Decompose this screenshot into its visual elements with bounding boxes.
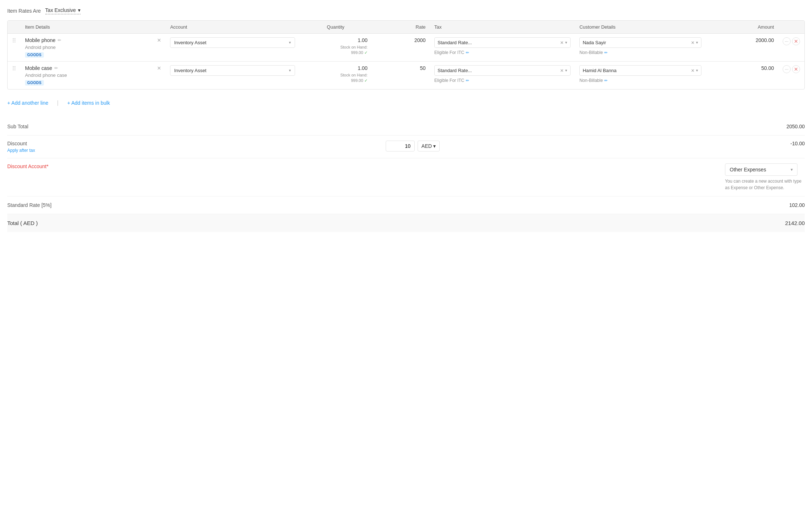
stock-info-2: Stock on Hand:999.00 ✓ [304, 72, 368, 84]
row-actions-2: ··· ✕ [778, 62, 804, 77]
qty-value-2[interactable]: 1.00 [304, 65, 368, 71]
account-select-text-2: Inventory Asset [174, 68, 206, 73]
tax-select-1[interactable]: Standard Rate... ✕ ▾ [434, 37, 571, 48]
tax-cell-1: Standard Rate... ✕ ▾ Eligible For ITC ✏ [430, 34, 575, 62]
total-row: Total ( AED ) 2142.00 [7, 214, 805, 232]
quantity-header: Quantity [299, 21, 372, 34]
edit-item-icon-1[interactable]: ✏ [58, 38, 61, 43]
amount-value-1: 2000.00 [755, 37, 774, 43]
more-btn-2[interactable]: ··· [783, 65, 791, 73]
customer-name-1: Nada Sayir [583, 40, 689, 45]
more-btn-1[interactable]: ··· [783, 37, 791, 45]
subtotal-label: Sub Total [7, 124, 28, 129]
subtotal-row: Sub Total 2050.00 [7, 118, 805, 136]
edit-itc-icon-2[interactable]: ✏ [466, 78, 469, 83]
edit-item-icon-2[interactable]: ✏ [54, 66, 58, 71]
amount-header: Amount [706, 21, 778, 34]
add-items-in-bulk-button[interactable]: + Add items in bulk [67, 100, 110, 106]
quantity-cell-2: 1.00 Stock on Hand:999.00 ✓ [299, 62, 372, 90]
item-details-cell-2: Mobile case ✏ ✕ Android phone case GOODS [21, 62, 166, 90]
amount-cell-2: 50.00 [706, 62, 778, 90]
standard-rate-row: Standard Rate [5%] 102.00 [7, 196, 805, 214]
edit-billable-icon-1[interactable]: ✏ [604, 50, 608, 55]
standard-rate-label: Standard Rate [5%] [7, 202, 51, 208]
actions-divider: | [57, 100, 58, 106]
actions-col-header [778, 21, 804, 34]
discount-middle: AED ▾ [386, 141, 440, 151]
discount-account-help: You can create a new account with type a… [725, 178, 805, 191]
discount-left: Discount Apply after tax [7, 141, 35, 153]
customer-name-2: Hamid Al Banna [583, 68, 689, 73]
edit-itc-icon-1[interactable]: ✏ [466, 50, 469, 55]
discount-amount: -10.00 [790, 141, 805, 146]
account-chevron-2: ▾ [289, 68, 291, 73]
delete-btn-1[interactable]: ✕ [792, 37, 800, 45]
stock-info-1: Stock on Hand:999.00 ✓ [304, 45, 368, 56]
item-details-cell-1: Mobile phone ✏ ✕ Android phone GOODS [21, 34, 166, 62]
rate-header: Rate [372, 21, 430, 34]
tax-clear-icon-1[interactable]: ✕ [560, 40, 564, 45]
customer-select-1[interactable]: Nada Sayir ✕ ▾ [579, 37, 701, 48]
account-header: Account [166, 21, 299, 34]
account-cell-1: Inventory Asset ▾ [166, 34, 299, 62]
table-header-row: Item Details Account Quantity Rate Tax C… [8, 21, 804, 34]
tax-select-2[interactable]: Standard Rate... ✕ ▾ [434, 65, 571, 76]
stock-check-icon-2: ✓ [364, 78, 368, 83]
delete-btn-2[interactable]: ✕ [792, 65, 800, 73]
discount-account-label: Discount Account* [7, 163, 49, 169]
table-row: ⠿ Mobile case ✏ ✕ Android phone case GOO… [8, 62, 804, 90]
item-name-2[interactable]: Mobile case [25, 65, 52, 71]
account-select-2[interactable]: Inventory Asset ▾ [170, 65, 295, 76]
remove-item-icon-1[interactable]: ✕ [157, 37, 161, 43]
tax-exclusive-dropdown[interactable]: Tax Exclusive ▾ [45, 7, 81, 14]
edit-billable-icon-2[interactable]: ✏ [604, 78, 608, 83]
eligible-itc-1: Eligible For ITC ✏ [434, 50, 571, 55]
add-another-line-button[interactable]: + Add another line [7, 100, 48, 106]
customer-chevron-2: ▾ [696, 68, 698, 73]
account-select-text-1: Inventory Asset [174, 40, 206, 45]
tax-cell-2: Standard Rate... ✕ ▾ Eligible For ITC ✏ [430, 62, 575, 90]
item-description-2: Android phone case [25, 72, 161, 78]
discount-account-value: Other Expenses [730, 167, 788, 172]
rate-cell-1[interactable]: 2000 [372, 34, 430, 62]
apply-after-tax-link[interactable]: Apply after tax [7, 148, 35, 153]
amount-value-2: 50.00 [761, 65, 774, 71]
quantity-cell-1: 1.00 Stock on Hand:999.00 ✓ [299, 34, 372, 62]
item-description-1: Android phone [25, 45, 161, 50]
discount-account-right: Other Expenses ▾ You can create a new ac… [725, 163, 805, 191]
account-select-1[interactable]: Inventory Asset ▾ [170, 37, 295, 48]
discount-input[interactable] [386, 141, 415, 151]
discount-account-dropdown[interactable]: Other Expenses ▾ [725, 163, 798, 176]
total-label: Total ( AED ) [7, 220, 38, 226]
drag-handle-1[interactable]: ⠿ [8, 34, 21, 62]
customer-clear-icon-1[interactable]: ✕ [691, 40, 695, 45]
customer-cell-1: Nada Sayir ✕ ▾ Non-Billable ✏ [575, 34, 705, 62]
qty-value-1[interactable]: 1.00 [304, 37, 368, 43]
customer-select-2[interactable]: Hamid Al Banna ✕ ▾ [579, 65, 701, 76]
goods-badge-2: GOODS [25, 80, 44, 86]
drag-handle-2[interactable]: ⠿ [8, 62, 21, 90]
summary-section: Sub Total 2050.00 Discount Apply after t… [7, 118, 805, 232]
currency-chevron: ▾ [433, 143, 436, 149]
currency-dropdown[interactable]: AED ▾ [418, 141, 440, 151]
item-rates-row: Item Rates Are Tax Exclusive ▾ [7, 7, 805, 14]
rate-cell-2[interactable]: 50 [372, 62, 430, 90]
subtotal-value: 2050.00 [786, 124, 805, 129]
amount-cell-1: 2000.00 [706, 34, 778, 62]
customer-clear-icon-2[interactable]: ✕ [691, 68, 695, 73]
drag-col-header [8, 21, 21, 34]
tax-chevron-2: ▾ [565, 68, 567, 73]
discount-account-row: Discount Account* Other Expenses ▾ You c… [7, 158, 805, 196]
row-actions-1: ··· ✕ [778, 34, 804, 49]
customer-cell-2: Hamid Al Banna ✕ ▾ Non-Billable ✏ [575, 62, 705, 90]
standard-rate-value: 102.00 [789, 202, 805, 208]
non-billable-2: Non-Billable ✏ [579, 78, 701, 83]
tax-chevron-1: ▾ [565, 40, 567, 45]
total-value: 2142.00 [785, 220, 805, 226]
tax-clear-icon-2[interactable]: ✕ [560, 68, 564, 73]
remove-item-icon-2[interactable]: ✕ [157, 65, 161, 71]
tax-name-1: Standard Rate... [438, 40, 559, 45]
item-name-1[interactable]: Mobile phone [25, 37, 55, 43]
non-billable-1: Non-Billable ✏ [579, 50, 701, 55]
discount-row: Discount Apply after tax AED ▾ -10.00 [7, 136, 805, 158]
